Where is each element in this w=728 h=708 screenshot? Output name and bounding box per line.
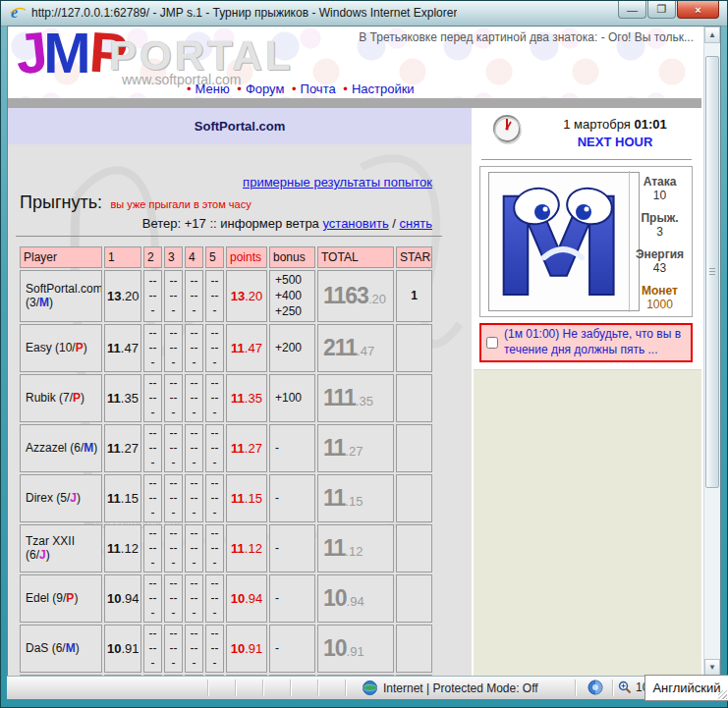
nav-settings-link[interactable]: Настройки xyxy=(352,82,415,96)
column-header-2: 2 xyxy=(143,246,162,268)
bonus-cell: +100 xyxy=(269,374,315,422)
attempt-2-cell: -- -- - xyxy=(143,625,162,673)
main-column: www.softportal.com SoftPortal.com пример… xyxy=(8,108,472,676)
smartscreen-icon xyxy=(588,680,603,695)
stars-cell xyxy=(396,625,432,673)
sidebar: 1 мартобря 01:01 NEXT HOUR M xyxy=(474,108,701,676)
scroll-up-button[interactable]: ▲ xyxy=(704,27,720,43)
stat-jumps: Прыж. 3 xyxy=(630,211,690,239)
player-cell: Edel (9/P) xyxy=(20,574,102,623)
attempt-4-cell: -- -- - xyxy=(185,574,203,623)
player-cell: Rubik (7/P) xyxy=(20,374,102,422)
stars-cell xyxy=(396,424,432,472)
approx-results-link[interactable]: примерные результаты попыток xyxy=(243,175,432,190)
bonus-cell: - xyxy=(269,424,315,472)
attempt-5-cell: -- -- - xyxy=(205,424,224,472)
scrollbar-grip-icon xyxy=(709,268,715,276)
already-jumped-note: вы уже прыгали в этом часу xyxy=(110,198,251,210)
stars-cell: 1 xyxy=(396,270,432,322)
protection-pane[interactable] xyxy=(581,680,610,698)
stat-attack: Атака 10 xyxy=(630,175,690,202)
statusbar-separator xyxy=(317,680,318,696)
total-cell: 111.35 xyxy=(317,374,394,422)
nav-menu-link[interactable]: Меню xyxy=(196,82,230,96)
globe-icon xyxy=(363,681,377,695)
total-cell: 10.91 xyxy=(317,625,394,673)
player-class-letter: M xyxy=(66,641,76,655)
maximize-button[interactable]: ❐ xyxy=(647,1,676,19)
stars-cell xyxy=(396,374,432,422)
attempt-1-cell: 11.35 xyxy=(104,374,141,422)
minimize-button[interactable]: — xyxy=(618,1,646,19)
vertical-scrollbar[interactable]: ▲ ▼ xyxy=(703,27,720,676)
points-cell: 11.35 xyxy=(226,374,267,422)
clock-icon xyxy=(491,113,525,146)
browser-viewport: JMP PORTAL www.softportal.com •Меню •Фор… xyxy=(7,26,721,677)
statusbar-separator xyxy=(207,680,208,696)
stars-cell xyxy=(396,524,432,572)
table-row: SoftPortal.com (3/M)13.20-- -- --- -- --… xyxy=(20,270,432,322)
total-cell: 1163.20 xyxy=(317,270,394,322)
scrollbar-thumb[interactable] xyxy=(705,56,719,488)
language-tooltip-text: Английский xyxy=(652,681,720,695)
player-cell: Azzazel (6/M) xyxy=(20,424,102,472)
player-class-letter: P xyxy=(73,391,81,405)
next-hour-link[interactable]: NEXT HOUR xyxy=(532,135,698,149)
table-row: Azzazel (6/M)11.27-- -- --- -- --- -- --… xyxy=(20,424,432,472)
column-header-3: 3 xyxy=(164,246,183,268)
player-cell: DaS (6/M) xyxy=(20,625,102,673)
stars-cell xyxy=(396,324,432,372)
attempt-5-cell: -- -- - xyxy=(205,270,224,322)
header-separator-band xyxy=(8,98,701,108)
points-cell: 11.27 xyxy=(226,424,267,472)
player-cell: SoftPortal.com (3/M) xyxy=(20,270,102,322)
attempt-1-cell: 11.27 xyxy=(104,424,141,472)
jump-results-table: Player12345pointsbonusTOTALSTARS SoftPor… xyxy=(18,245,434,676)
attempt-3-cell: -- -- - xyxy=(164,374,183,422)
player-class-letter: M xyxy=(39,296,49,309)
statusbar-separator xyxy=(235,680,236,696)
attempt-2-cell: -- -- - xyxy=(143,270,162,322)
nav-forum-link[interactable]: Форум xyxy=(246,82,285,96)
bullet-icon: • xyxy=(343,82,348,96)
stars-cell xyxy=(396,474,432,522)
player-class-letter: M xyxy=(84,441,93,455)
scroll-down-button[interactable]: ▼ xyxy=(704,659,720,676)
attempt-1-cell: 10.91 xyxy=(104,625,141,673)
attempt-4-cell: -- -- - xyxy=(185,524,203,572)
total-cell: 211.47 xyxy=(317,324,394,372)
main-nav: •Меню •Форум •Почта •Настройки xyxy=(183,82,415,96)
date-text: 1 мартобря xyxy=(563,117,631,132)
jump-table-head-row: Player12345pointsbonusTOTALSTARS xyxy=(20,246,432,268)
points-cell: 11.12 xyxy=(226,524,267,572)
points-cell: 10.91 xyxy=(226,625,267,673)
joke-ticker: В Третьяковке перед картиной два знатока… xyxy=(330,30,694,44)
notification-checkbox[interactable] xyxy=(486,337,498,349)
column-header-1: 1 xyxy=(104,246,141,268)
page-content: JMP PORTAL www.softportal.com •Меню •Фор… xyxy=(8,27,701,676)
title-bar[interactable]: e http://127.0.0.1:62789/ - JMP s.1 - Ту… xyxy=(1,1,727,27)
wind-install-link[interactable]: установить xyxy=(322,216,388,231)
attempt-3-cell: -- -- - xyxy=(164,324,183,372)
attempt-3-cell: -- -- - xyxy=(164,524,183,572)
table-row: Easy (10/P)11.47-- -- --- -- --- -- --- … xyxy=(20,324,432,372)
window-title: http://127.0.0.1:62789/ - JMP s.1 - Турн… xyxy=(31,6,457,20)
nav-mail-link[interactable]: Почта xyxy=(301,82,336,96)
magnifier-icon xyxy=(618,681,632,694)
wind-remove-link[interactable]: снять xyxy=(400,216,432,231)
total-cell: 10.94 xyxy=(317,574,394,623)
resize-grip-icon xyxy=(718,690,727,699)
close-button[interactable]: × xyxy=(677,1,719,19)
attempt-4-cell: -- -- - xyxy=(185,324,203,372)
player-class-letter: J xyxy=(39,548,46,562)
attempt-5-cell: -- -- - xyxy=(205,625,224,673)
attempt-5-cell: -- -- - xyxy=(205,524,224,572)
attempt-4-cell: -- -- - xyxy=(185,424,203,472)
total-cell: 11.15 xyxy=(317,474,394,522)
points-cell: 11.15 xyxy=(226,474,267,522)
attempt-1-cell: 11.47 xyxy=(104,324,141,372)
status-bar: Internet | Protected Mode: Off 100% xyxy=(7,676,721,699)
attempt-1-cell: 11.12 xyxy=(104,524,141,572)
player-class-letter: P xyxy=(76,341,84,354)
attempt-4-cell: -- -- - xyxy=(185,374,203,422)
